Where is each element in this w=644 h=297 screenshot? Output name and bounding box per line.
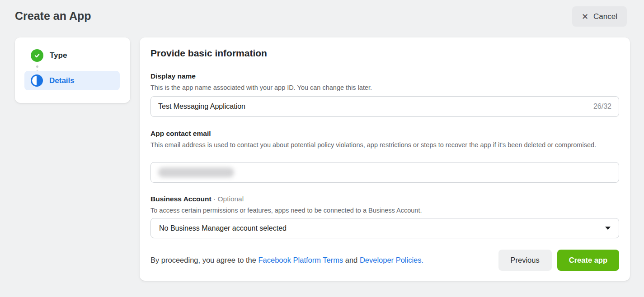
previous-button[interactable]: Previous (498, 250, 552, 271)
stepper-card: Type Details (15, 37, 130, 103)
page-title: Create an App (15, 9, 91, 23)
step-details-label: Details (49, 76, 75, 85)
display-name-description: This is the app name associated with you… (150, 83, 619, 93)
display-name-label: Display name (150, 72, 196, 80)
optional-label: Optional (217, 195, 244, 203)
business-account-label: Business Account · Optional (150, 195, 244, 203)
business-account-description: To access certain permissions or feature… (150, 205, 619, 216)
step-details[interactable]: Details (24, 71, 120, 90)
business-account-select[interactable]: No Business Manager account selected (150, 218, 619, 238)
character-counter: 26/32 (593, 102, 611, 111)
contact-email-description: This email address is used to contact yo… (150, 140, 619, 150)
check-circle-icon (31, 49, 43, 62)
agreement-prefix: By proceeding, you agree to the (150, 256, 259, 264)
step-type-label: Type (50, 51, 67, 60)
facebook-platform-terms-link[interactable]: Facebook Platform Terms (259, 256, 343, 264)
cancel-button[interactable]: ✕ Cancel (572, 6, 627, 27)
display-name-input[interactable] (158, 102, 588, 111)
agreement-middle: and (343, 256, 360, 264)
create-app-button[interactable]: Create app (557, 250, 619, 271)
close-icon: ✕ (582, 13, 588, 21)
card-footer: By proceeding, you agree to the Facebook… (150, 250, 619, 271)
business-account-label-text: Business Account (150, 195, 212, 203)
optional-separator: · Optional (213, 195, 244, 203)
contact-email-field-container[interactable] (150, 162, 619, 183)
display-name-field-container: 26/32 (150, 96, 619, 117)
card-heading: Provide basic information (150, 48, 267, 59)
basic-information-card: Provide basic information Display name T… (140, 37, 630, 281)
contact-email-label: App contact email (150, 130, 211, 138)
step-type[interactable]: Type (31, 49, 67, 62)
business-account-selected-value: No Business Manager account selected (159, 224, 287, 232)
agreement-text: By proceeding, you agree to the Facebook… (150, 256, 498, 265)
redacted-email-value (158, 167, 234, 177)
chevron-down-icon (605, 227, 611, 230)
create-app-page: Create an App ✕ Cancel Type Details Prov… (0, 0, 644, 297)
developer-policies-link[interactable]: Developer Policies. (360, 256, 423, 264)
cancel-button-label: Cancel (593, 12, 617, 21)
half-filled-circle-icon (31, 74, 43, 87)
step-connector-dot (36, 65, 38, 68)
